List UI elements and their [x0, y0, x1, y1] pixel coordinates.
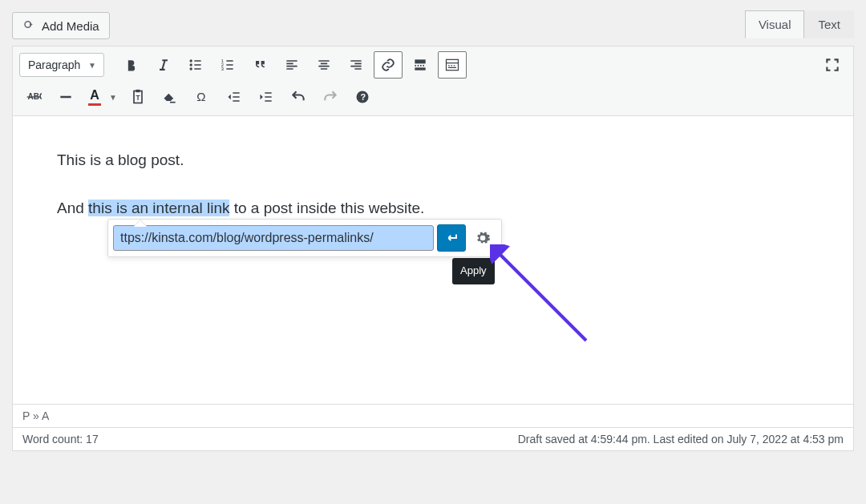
blockquote-button[interactable] — [245, 51, 274, 79]
svg-rect-12 — [136, 90, 140, 92]
link-settings-button[interactable] — [469, 224, 496, 252]
apply-link-button[interactable] — [437, 224, 466, 252]
svg-text:T: T — [136, 94, 140, 102]
toolbar-toggle-icon — [444, 57, 460, 73]
hr-icon — [58, 89, 74, 105]
fullscreen-icon — [824, 57, 840, 73]
classic-editor: Add Media Visual Text Paragraph 123 — [12, 12, 854, 451]
align-center-icon — [316, 57, 332, 73]
link-icon — [380, 57, 396, 73]
svg-rect-9 — [447, 59, 459, 70]
align-left-button[interactable] — [277, 51, 306, 79]
format-select[interactable]: Paragraph — [19, 53, 104, 77]
editor-mode-tabs: Visual Text — [745, 10, 854, 38]
svg-rect-7 — [415, 59, 425, 63]
ul-icon — [188, 57, 204, 73]
editor-content[interactable]: This is a blog post. And this is an inte… — [12, 116, 854, 405]
redo-icon — [322, 89, 338, 105]
quote-icon — [252, 57, 268, 73]
strikethrough-button[interactable]: ABC — [19, 83, 48, 111]
paste-text-icon: T — [130, 89, 146, 105]
word-count: Word count: 17 — [22, 433, 99, 446]
add-media-label: Add Media — [42, 19, 99, 33]
annotation-arrow — [490, 244, 602, 357]
toolbar-row-1: Paragraph 123 — [19, 51, 847, 79]
outdent-icon — [226, 89, 242, 105]
text-color-button[interactable]: A — [83, 83, 106, 111]
apply-tooltip: Apply — [452, 258, 495, 284]
paste-text-button[interactable]: T — [123, 83, 152, 111]
clear-format-icon — [162, 89, 178, 105]
status-bar: Word count: 17 Draft saved at 4:59:44 pm… — [12, 428, 854, 451]
bold-icon — [123, 57, 140, 73]
gear-icon — [475, 230, 491, 246]
redo-button[interactable] — [316, 83, 345, 111]
svg-rect-8 — [415, 67, 425, 70]
undo-icon — [290, 89, 306, 105]
tab-text[interactable]: Text — [804, 10, 854, 38]
fullscreen-button[interactable] — [818, 51, 847, 79]
italic-icon — [156, 57, 172, 73]
insert-link-button[interactable] — [374, 51, 403, 79]
help-icon: ? — [354, 89, 370, 105]
ol-icon: 123 — [220, 57, 236, 73]
read-more-button[interactable] — [406, 51, 435, 79]
align-center-button[interactable] — [310, 51, 338, 79]
link-popover: Apply — [107, 219, 502, 257]
special-character-button[interactable]: Ω — [188, 83, 216, 111]
toolbar-toggle-button[interactable] — [438, 51, 467, 79]
italic-button[interactable] — [149, 51, 178, 79]
svg-point-2 — [190, 63, 192, 66]
svg-line-17 — [496, 251, 586, 341]
horizontal-rule-button[interactable] — [51, 83, 80, 111]
svg-point-1 — [190, 59, 192, 62]
align-left-icon — [284, 57, 300, 73]
element-path[interactable]: P » A — [12, 405, 854, 428]
undo-button[interactable] — [284, 83, 313, 111]
omega-icon: Ω — [194, 89, 210, 105]
tab-visual[interactable]: Visual — [745, 10, 805, 38]
enter-icon — [444, 231, 459, 245]
clear-formatting-button[interactable] — [156, 83, 184, 111]
bold-button[interactable] — [117, 51, 146, 79]
draft-status: Draft saved at 4:59:44 pm. Last edited o… — [518, 433, 844, 446]
link-url-input[interactable] — [113, 225, 434, 251]
read-more-icon — [412, 57, 428, 73]
paragraph-2: And this is an internal link to a post i… — [57, 196, 809, 220]
text-color-icon: A — [90, 89, 99, 102]
editor-toolbar: Paragraph 123 ABC A ▼ — [12, 46, 854, 116]
text-color-dropdown[interactable]: ▼ — [106, 83, 120, 111]
media-icon — [22, 18, 37, 33]
svg-text:?: ? — [361, 92, 366, 102]
svg-text:Ω: Ω — [196, 90, 205, 103]
indent-button[interactable] — [252, 83, 281, 111]
unordered-list-button[interactable] — [181, 51, 210, 79]
strikethrough-icon: ABC — [26, 89, 42, 105]
toolbar-row-2: ABC A ▼ T Ω ? — [19, 83, 847, 111]
paragraph-1: This is a blog post. — [57, 148, 809, 172]
outdent-button[interactable] — [220, 83, 249, 111]
add-media-button[interactable]: Add Media — [12, 12, 110, 39]
align-right-icon — [348, 57, 364, 73]
svg-text:3: 3 — [221, 67, 224, 71]
selected-link-text: this is an internal link — [88, 200, 229, 216]
help-button[interactable]: ? — [348, 83, 377, 111]
indent-icon — [258, 89, 274, 105]
ordered-list-button[interactable]: 123 — [213, 51, 242, 79]
svg-point-3 — [190, 67, 192, 70]
align-right-button[interactable] — [342, 51, 370, 79]
